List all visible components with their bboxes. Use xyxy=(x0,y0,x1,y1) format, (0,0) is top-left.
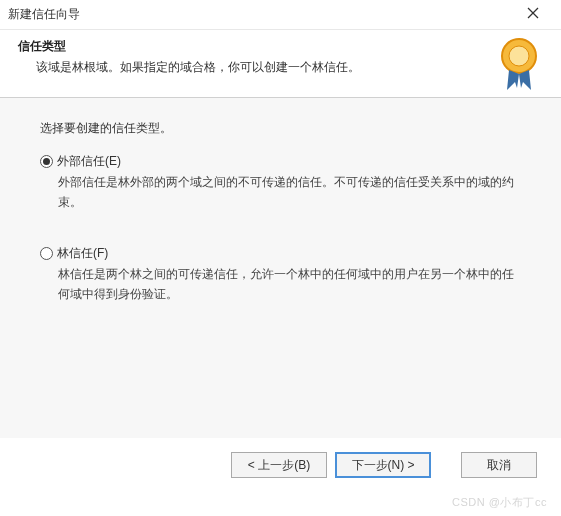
close-button[interactable] xyxy=(513,1,553,29)
radio-forest[interactable] xyxy=(40,247,53,260)
option-desc-external: 外部信任是林外部的两个域之间的不可传递的信任。不可传递的信任受关系中的域的约束。 xyxy=(58,172,521,213)
option-label-forest: 林信任(F) xyxy=(57,245,108,262)
option-desc-forest: 林信任是两个林之间的可传递信任，允许一个林中的任何域中的用户在另一个林中的任何域… xyxy=(58,264,521,305)
wizard-header: 信任类型 该域是林根域。如果指定的域合格，你可以创建一个林信任。 xyxy=(0,30,561,98)
window-title: 新建信任向导 xyxy=(8,6,80,23)
back-button-label: < 上一步(B) xyxy=(248,457,310,474)
close-icon xyxy=(527,7,539,22)
next-button[interactable]: 下一步(N) > xyxy=(335,452,431,478)
option-label-external: 外部信任(E) xyxy=(57,153,121,170)
next-button-label: 下一步(N) > xyxy=(352,457,415,474)
svg-point-3 xyxy=(509,46,529,66)
cancel-button[interactable]: 取消 xyxy=(461,452,537,478)
prompt-text: 选择要创建的信任类型。 xyxy=(40,120,521,137)
button-bar: < 上一步(B) 下一步(N) > 取消 xyxy=(231,452,537,478)
header-title: 信任类型 xyxy=(18,38,543,55)
back-button[interactable]: < 上一步(B) xyxy=(231,452,327,478)
titlebar: 新建信任向导 xyxy=(0,0,561,30)
header-description: 该域是林根域。如果指定的域合格，你可以创建一个林信任。 xyxy=(18,59,543,76)
watermark: CSDN @小布丁cc xyxy=(452,495,547,510)
cancel-button-label: 取消 xyxy=(487,457,511,474)
ribbon-icon xyxy=(497,36,541,95)
option-forest-trust[interactable]: 林信任(F) 林信任是两个林之间的可传递信任，允许一个林中的任何域中的用户在另一… xyxy=(40,245,521,305)
option-external-trust[interactable]: 外部信任(E) 外部信任是林外部的两个域之间的不可传递的信任。不可传递的信任受关… xyxy=(40,153,521,213)
radio-external[interactable] xyxy=(40,155,53,168)
wizard-body: 选择要创建的信任类型。 外部信任(E) 外部信任是林外部的两个域之间的不可传递的… xyxy=(0,98,561,438)
